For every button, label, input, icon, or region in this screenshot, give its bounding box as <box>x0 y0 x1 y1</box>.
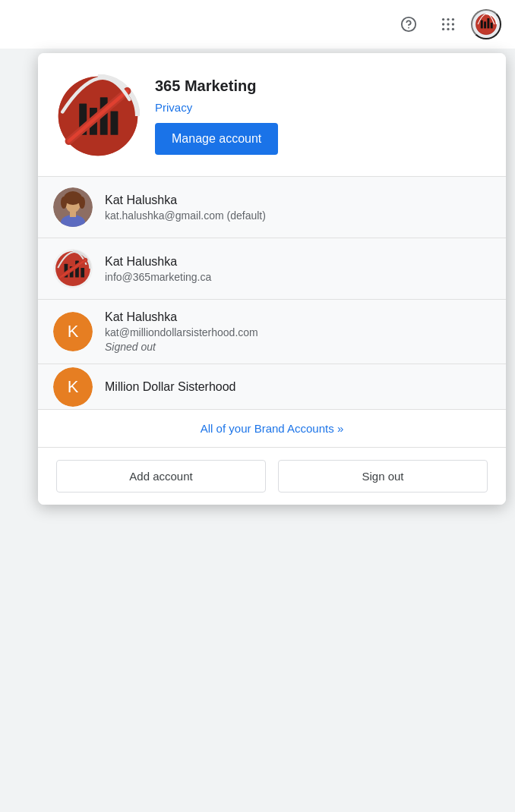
account-email-2: kat@milliondollarsisterhood.com <box>105 326 258 338</box>
svg-rect-29 <box>70 211 76 217</box>
svg-point-3 <box>447 18 449 20</box>
brand-logo-icon <box>56 74 140 158</box>
svg-rect-15 <box>487 18 489 28</box>
account-avatar-2: K <box>53 312 93 351</box>
user-photo-icon-0 <box>53 187 93 227</box>
svg-point-8 <box>442 28 444 30</box>
account-email-1: info@365marketing.ca <box>105 271 211 283</box>
svg-rect-14 <box>484 21 486 28</box>
help-button[interactable] <box>392 8 425 41</box>
svg-rect-16 <box>491 23 493 29</box>
svg-point-6 <box>447 23 449 25</box>
account-avatar-button[interactable] <box>471 9 501 39</box>
account-info-2: Kat Halushka kat@milliondollarsisterhood… <box>105 310 258 353</box>
account-avatar-0 <box>53 187 93 227</box>
account-avatar-1 <box>53 249 93 288</box>
account-email-0: kat.halushka@gmail.com (default) <box>105 209 266 222</box>
account-dropdown: 365 Marketing Privacy Manage account <box>38 53 506 505</box>
brand-logo-small-icon <box>472 11 500 38</box>
brand-accounts-link[interactable]: All of your Brand Accounts » <box>201 422 343 435</box>
account-name-partial: Million Dollar Sisterhood <box>105 380 236 394</box>
help-icon <box>400 16 417 33</box>
svg-point-9 <box>447 28 449 30</box>
svg-point-2 <box>442 18 444 20</box>
account-item-partial[interactable]: K Million Dollar Sisterhood <box>38 364 506 410</box>
footer-buttons: Add account Sign out <box>38 448 506 505</box>
sign-out-button[interactable]: Sign out <box>278 460 488 493</box>
letter-avatar-2: K <box>53 312 93 351</box>
svg-rect-35 <box>81 268 84 277</box>
account-info-1: Kat Halushka info@365marketing.ca <box>105 255 211 283</box>
brand-logo-small-icon-1 <box>53 249 93 288</box>
letter-avatar-partial: K <box>53 367 93 407</box>
top-bar <box>0 0 515 49</box>
svg-point-4 <box>452 18 454 20</box>
privacy-link[interactable]: Privacy <box>155 101 278 114</box>
header-info: 365 Marketing Privacy Manage account <box>155 77 278 155</box>
svg-point-27 <box>79 197 85 209</box>
add-account-button[interactable]: Add account <box>56 460 266 493</box>
account-info-partial: Million Dollar Sisterhood <box>105 380 236 394</box>
brand-logo-container <box>56 74 140 158</box>
account-name-1: Kat Halushka <box>105 255 211 269</box>
account-item-1[interactable]: Kat Halushka info@365marketing.ca <box>38 238 506 300</box>
account-header: 365 Marketing Privacy Manage account <box>38 53 506 177</box>
svg-point-10 <box>452 28 454 30</box>
svg-point-5 <box>442 23 444 25</box>
svg-rect-22 <box>111 111 118 134</box>
manage-account-button[interactable]: Manage account <box>155 123 278 155</box>
account-name-2: Kat Halushka <box>105 310 258 324</box>
account-item-0[interactable]: Kat Halushka kat.halushka@gmail.com (def… <box>38 177 506 238</box>
apps-button[interactable] <box>431 8 465 41</box>
account-item-2[interactable]: K Kat Halushka kat@milliondollarsisterho… <box>38 300 506 364</box>
account-avatar-partial: K <box>53 367 93 407</box>
brand-accounts-row: All of your Brand Accounts » <box>38 410 506 448</box>
apps-icon <box>440 16 457 33</box>
account-name-0: Kat Halushka <box>105 194 266 207</box>
brand-name: 365 Marketing <box>155 77 278 95</box>
account-info-0: Kat Halushka kat.halushka@gmail.com (def… <box>105 194 266 222</box>
svg-rect-13 <box>481 20 483 29</box>
account-signed-out-2: Signed out <box>105 341 258 353</box>
svg-point-26 <box>61 197 67 209</box>
svg-point-7 <box>452 23 454 25</box>
